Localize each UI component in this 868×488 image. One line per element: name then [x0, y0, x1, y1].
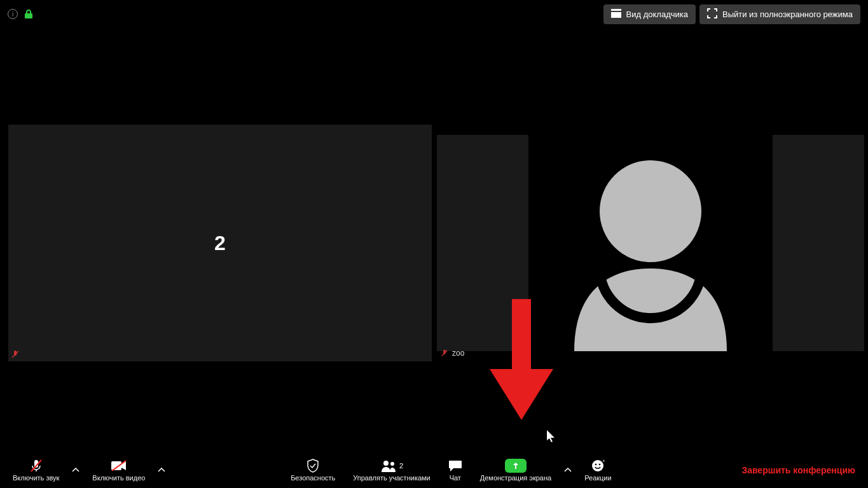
top-left-group: i	[8, 9, 33, 19]
security-label: Безопасность	[291, 474, 335, 482]
share-screen-icon	[505, 459, 527, 473]
speaker-view-label: Вид докладчика	[626, 10, 688, 19]
start-video-button[interactable]: Включить видео	[83, 456, 154, 484]
audio-menu-chevron[interactable]	[68, 457, 83, 483]
svg-point-3	[600, 160, 701, 262]
mic-muted-icon	[11, 350, 20, 359]
mouse-cursor-icon	[547, 430, 556, 445]
annotation-arrow-icon	[490, 299, 553, 414]
participants-count-badge: 2	[399, 462, 403, 470]
svg-rect-1	[611, 12, 621, 18]
right-controls: Завершить конференцию	[733, 460, 864, 480]
reactions-label: Реакции	[584, 474, 612, 482]
participant-avatar-text: 2	[214, 232, 226, 255]
participant-2-name: zoo	[452, 349, 464, 358]
center-controls: Безопасность 2 Управлять участниками Чат…	[282, 456, 621, 484]
share-menu-chevron[interactable]	[560, 457, 575, 483]
smiley-icon: +	[591, 459, 605, 473]
mic-muted-icon	[441, 349, 448, 357]
top-bar: i Вид докладчика Выйти из полноэкранного…	[0, 0, 868, 28]
exit-fullscreen-label: Выйти из полноэкранного режима	[722, 10, 853, 19]
bottom-toolbar: Включить звук Включить видео Безопасност…	[0, 452, 868, 488]
tile-padding-right	[773, 135, 864, 351]
reactions-button[interactable]: + Реакции	[575, 456, 621, 484]
chat-label: Чат	[450, 474, 461, 482]
info-icon[interactable]: i	[8, 9, 18, 19]
participants-label: Управлять участниками	[353, 474, 430, 482]
mic-off-icon	[29, 459, 44, 473]
share-label: Демонстрация экрана	[480, 474, 551, 482]
speaker-view-button[interactable]: Вид докладчика	[603, 4, 696, 24]
svg-rect-0	[611, 9, 621, 11]
svg-point-9	[383, 461, 389, 466]
participant-2-label: zoo	[441, 349, 464, 358]
camera-off-icon	[111, 459, 127, 473]
grid-icon	[611, 9, 621, 20]
participant-tile-1[interactable]: 2	[8, 125, 432, 361]
svg-text:+: +	[602, 459, 605, 464]
svg-point-12	[595, 464, 597, 466]
svg-point-13	[599, 464, 601, 466]
participants-icon: 2	[380, 459, 403, 473]
audio-video-group: Включить звук Включить видео	[4, 456, 169, 484]
top-right-group: Вид докладчика Выйти из полноэкранного р…	[603, 4, 860, 24]
video-grid: 2 zoo	[8, 125, 864, 361]
svg-point-10	[390, 462, 394, 466]
exit-fullscreen-icon	[707, 8, 717, 20]
avatar-placeholder-icon	[542, 135, 759, 351]
participants-button[interactable]: 2 Управлять участниками	[344, 456, 439, 484]
chat-icon	[448, 459, 462, 473]
security-button[interactable]: Безопасность	[282, 456, 344, 484]
shield-icon	[307, 459, 319, 473]
audio-label: Включить звук	[13, 474, 59, 482]
unmute-audio-button[interactable]: Включить звук	[4, 456, 68, 484]
chat-button[interactable]: Чат	[439, 456, 471, 484]
end-meeting-button[interactable]: Завершить конференцию	[733, 460, 864, 480]
share-screen-button[interactable]: Демонстрация экрана	[471, 456, 560, 484]
participant-1-label	[11, 350, 20, 359]
video-label: Включить видео	[92, 474, 145, 482]
exit-fullscreen-button[interactable]: Выйти из полноэкранного режима	[699, 4, 860, 24]
encryption-lock-icon[interactable]	[24, 9, 33, 19]
video-menu-chevron[interactable]	[154, 457, 169, 483]
